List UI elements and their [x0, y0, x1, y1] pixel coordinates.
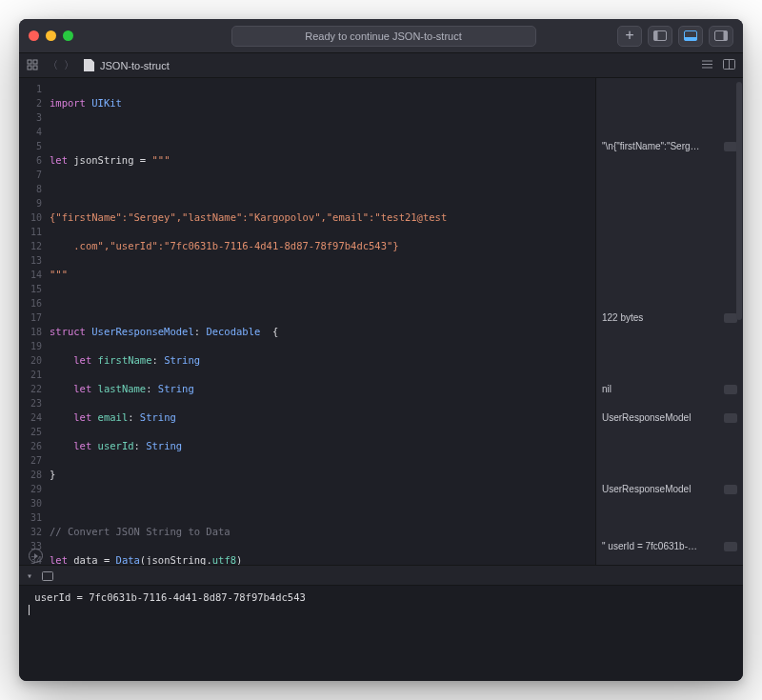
quicklook-icon[interactable] — [724, 485, 737, 494]
titlebar: Ready to continue JSON-to-struct + — [19, 19, 743, 53]
nav-back-button[interactable]: 〈 — [48, 58, 58, 72]
zoom-button[interactable] — [63, 30, 73, 41]
quicklook-icon[interactable] — [724, 142, 737, 151]
svg-rect-5 — [724, 31, 728, 41]
svg-rect-3 — [685, 37, 697, 41]
minimize-button[interactable] — [46, 30, 56, 41]
svg-rect-7 — [33, 60, 37, 64]
jump-bar: 〈 〉 JSON-to-struct — [19, 53, 743, 78]
xcode-window: Ready to continue JSON-to-struct + 〈 〉 J… — [19, 19, 743, 681]
svg-rect-8 — [28, 66, 31, 70]
result-text: UserResponseModel — [602, 412, 720, 423]
svg-rect-6 — [28, 60, 31, 64]
console-output[interactable]: userId = 7fc0631b-7116-4d41-8d87-78f97b4… — [19, 586, 743, 681]
svg-rect-1 — [654, 31, 658, 41]
result-row[interactable]: UserResponseModel — [596, 482, 743, 496]
breadcrumb-file: JSON-to-struct — [100, 60, 170, 71]
result-row[interactable]: UserResponseModel — [596, 410, 743, 425]
svg-rect-15 — [43, 571, 53, 580]
result-text: 122 bytes — [602, 312, 720, 323]
activity-viewer[interactable]: Ready to continue JSON-to-struct — [231, 26, 536, 47]
result-text: nil — [602, 384, 720, 394]
svg-rect-9 — [33, 66, 37, 70]
results-sidebar: "\n{"firstName":"Serg… 122 bytes nil Use… — [595, 78, 743, 565]
related-items-icon[interactable] — [27, 59, 38, 72]
result-row[interactable]: nil — [596, 382, 743, 396]
console-line: userId = 7fc0631b-7116-4d41-8d87-78f97b4… — [29, 591, 306, 603]
swift-file-icon — [84, 59, 94, 71]
add-editor-icon[interactable] — [723, 59, 735, 71]
debug-panel-icon[interactable] — [42, 567, 53, 585]
quicklook-icon[interactable] — [724, 313, 737, 323]
line-number-gutter: 1234567891011121314151617181920212223242… — [19, 78, 50, 565]
activity-text: Ready to continue JSON-to-struct — [305, 30, 461, 42]
code-editor[interactable]: 1234567891011121314151617181920212223242… — [19, 78, 595, 565]
toggle-left-panel-button[interactable] — [648, 26, 672, 47]
breadcrumb[interactable]: JSON-to-struct — [84, 59, 170, 71]
debug-bar: ▾ — [19, 565, 743, 586]
toggle-right-panel-button[interactable] — [709, 26, 733, 47]
result-row[interactable]: 122 bytes — [596, 310, 743, 325]
quicklook-icon[interactable] — [724, 385, 737, 394]
close-button[interactable] — [29, 30, 39, 41]
quicklook-icon[interactable] — [724, 542, 737, 551]
result-text: " userId = 7fc0631b-… — [602, 541, 720, 551]
cursor — [29, 605, 30, 615]
result-row[interactable]: " userId = 7fc0631b-… — [596, 539, 743, 553]
editor-area: 1234567891011121314151617181920212223242… — [19, 78, 743, 565]
result-row[interactable]: "\n{"firstName":"Serg… — [596, 139, 743, 153]
console-toggle-icon[interactable]: ▾ — [27, 570, 32, 581]
run-playground-button[interactable] — [29, 549, 43, 563]
quicklook-icon[interactable] — [724, 413, 737, 423]
result-text: UserResponseModel — [602, 484, 720, 494]
code-lines: import UIKit let jsonString = """ {"firs… — [50, 78, 595, 565]
toolbar-right: + — [617, 26, 733, 47]
result-text: "\n{"firstName":"Serg… — [602, 141, 720, 151]
toggle-bottom-panel-button[interactable] — [678, 26, 703, 47]
nav-forward-button[interactable]: 〉 — [64, 58, 74, 72]
add-tab-button[interactable]: + — [617, 26, 642, 47]
window-controls — [29, 30, 73, 41]
scrollbar-thumb[interactable] — [736, 82, 742, 320]
editor-list-icon[interactable] — [701, 59, 713, 71]
